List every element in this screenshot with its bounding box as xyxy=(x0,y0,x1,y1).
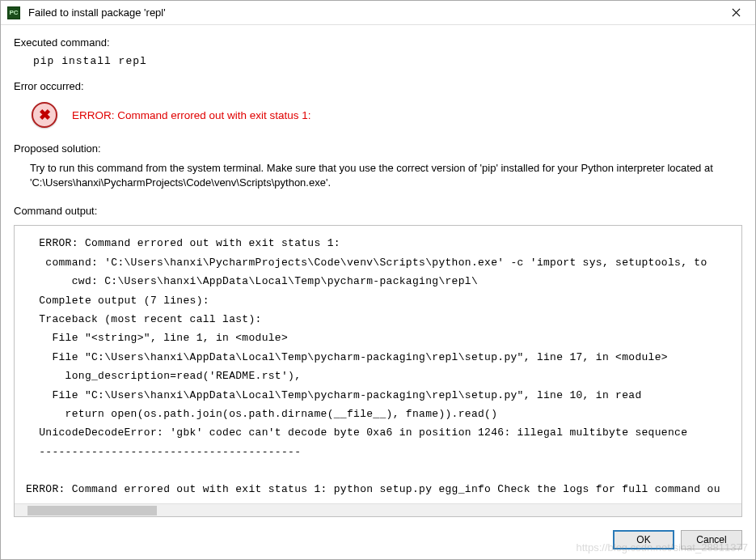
horizontal-scrollbar[interactable] xyxy=(15,503,741,516)
titlebar: PC Failed to install package 'repl' xyxy=(1,1,755,25)
ok-button[interactable]: OK xyxy=(613,530,674,549)
error-occurred-label: Error occurred: xyxy=(14,80,742,92)
cancel-button[interactable]: Cancel xyxy=(681,530,742,549)
error-message: ERROR: Command errored out with exit sta… xyxy=(72,109,311,121)
error-row: ✖ ERROR: Command errored out with exit s… xyxy=(14,102,742,128)
pycharm-icon: PC xyxy=(7,6,20,19)
error-icon: ✖ xyxy=(32,102,57,128)
proposed-solution-text: Try to run this command from the system … xyxy=(14,161,742,190)
error-x-icon: ✖ xyxy=(39,106,51,124)
dialog-content: Executed command: pip install repl Error… xyxy=(1,25,755,522)
executed-command-label: Executed command: xyxy=(14,36,742,49)
command-output-text: ERROR: Command errored out with exit sta… xyxy=(26,234,740,498)
close-button[interactable] xyxy=(720,2,752,24)
proposed-solution-label: Proposed solution: xyxy=(14,142,742,155)
dialog-title: Failed to install package 'repl' xyxy=(28,6,720,19)
button-row: OK Cancel xyxy=(1,522,755,559)
scrollbar-thumb[interactable] xyxy=(27,506,157,515)
close-icon xyxy=(732,8,741,17)
command-output-box[interactable]: ERROR: Command errored out with exit sta… xyxy=(14,225,742,517)
command-output-label: Command output: xyxy=(14,205,742,217)
dialog-window: PC Failed to install package 'repl' Exec… xyxy=(0,0,756,560)
executed-command-text: pip install repl xyxy=(14,55,742,67)
